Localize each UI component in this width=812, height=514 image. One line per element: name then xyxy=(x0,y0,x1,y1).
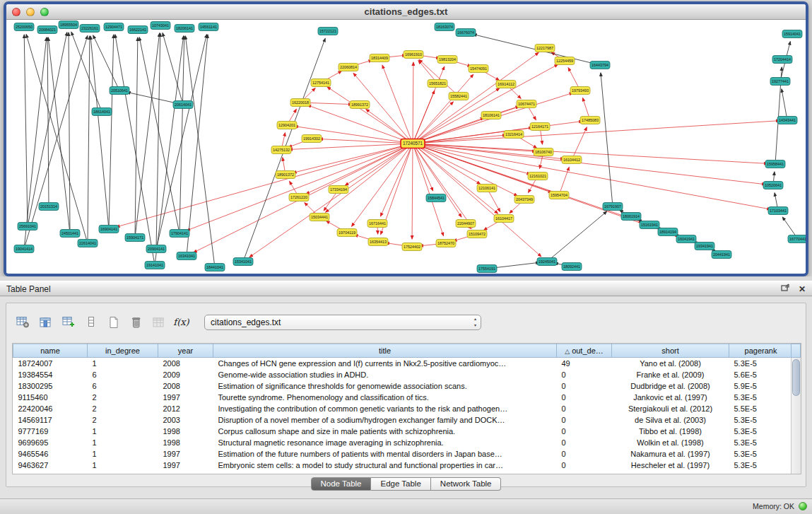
graph-node[interactable]: 17261220 xyxy=(289,194,309,201)
cell[interactable]: 2008 xyxy=(158,380,213,392)
hub-node[interactable]: 17240571 xyxy=(401,139,425,148)
graph-node[interactable]: 20684021 xyxy=(37,26,57,34)
show-columns-icon[interactable] xyxy=(36,313,55,331)
graph-node[interactable]: 22614041 xyxy=(78,240,98,247)
graph-node[interactable]: 16041941 xyxy=(676,235,696,243)
graph-node[interactable]: 14561141 xyxy=(199,23,218,31)
cell[interactable]: 2 xyxy=(88,392,158,403)
graph-node[interactable]: 12904471 xyxy=(104,23,124,31)
cell[interactable]: Tibbo et al. (1998) xyxy=(612,426,729,437)
graph-node[interactable]: 12217987 xyxy=(535,45,555,52)
column-header-name[interactable]: name xyxy=(13,344,88,358)
graph-node[interactable]: 15109472 xyxy=(467,230,487,238)
cell[interactable]: 1 xyxy=(88,437,158,448)
graph-node[interactable]: 18092441 xyxy=(562,263,582,271)
graph-node[interactable]: 19704119 xyxy=(337,229,357,237)
cell[interactable]: Embryonic stem cells: a model to study s… xyxy=(213,460,557,471)
zoom-window-button[interactable] xyxy=(40,8,49,16)
cell[interactable]: 9115460 xyxy=(13,392,88,403)
float-panel-icon[interactable] xyxy=(781,284,790,294)
cell[interactable]: Tourette syndrome. Phenomenology and cla… xyxy=(213,392,557,403)
cell[interactable]: 22420046 xyxy=(13,403,88,414)
cell[interactable]: 2 xyxy=(88,403,158,414)
import-table-icon[interactable] xyxy=(149,313,168,331)
graph-node[interactable]: 19914302 xyxy=(302,135,322,143)
cell[interactable]: 0 xyxy=(557,380,612,392)
new-table-icon[interactable] xyxy=(104,313,123,331)
graph-node[interactable]: 15651821 xyxy=(428,80,447,88)
table-row[interactable]: 946554611997Estimation of the future num… xyxy=(13,448,793,460)
create-column-icon[interactable] xyxy=(59,313,78,331)
cell[interactable]: 2 xyxy=(88,414,158,426)
scrollbar-thumb[interactable] xyxy=(792,359,800,396)
graph-node[interactable]: 18314409 xyxy=(370,54,389,62)
column-header-year[interactable]: year xyxy=(158,344,213,358)
cell[interactable]: 2003 xyxy=(158,414,213,426)
cell[interactable]: 0 xyxy=(557,403,612,414)
cell[interactable]: 0 xyxy=(557,392,612,403)
table-row[interactable]: 911546021997Tourette syndrome. Phenomeno… xyxy=(13,392,793,403)
graph-node[interactable]: 20441941 xyxy=(712,251,731,259)
graph-node[interactable]: 19793493 xyxy=(570,87,590,95)
graph-node[interactable]: 16904141 xyxy=(99,226,119,233)
cell[interactable]: Hescheler et al. (1997) xyxy=(612,460,729,471)
cell[interactable]: Dudbridge et al. (2008) xyxy=(612,380,729,392)
cell[interactable]: 14569117 xyxy=(13,414,88,426)
graph-node[interactable]: 18106141 xyxy=(481,112,501,119)
graph-node[interactable]: 18901372 xyxy=(276,171,295,179)
graph-node[interactable]: 12254459 xyxy=(555,57,575,65)
graph-node[interactable]: 14275132 xyxy=(271,146,291,154)
table-row[interactable]: 2242004622012Investigating the contribut… xyxy=(13,403,793,414)
graph-node[interactable]: 22044907 xyxy=(456,220,476,228)
graph-node[interactable]: 20151314 xyxy=(39,203,59,211)
table-row[interactable]: 1938455462009Genome-wide association stu… xyxy=(13,369,793,380)
cell[interactable]: Nakamura et al. (1997) xyxy=(612,448,729,460)
cell[interactable]: 1997 xyxy=(158,448,213,460)
close-window-button[interactable] xyxy=(12,8,20,16)
graph-node[interactable]: 19277441 xyxy=(770,78,790,86)
graph-node[interactable]: 10520641 xyxy=(763,182,783,189)
graph-node[interactable]: 15954704 xyxy=(549,192,569,199)
graph-node[interactable]: 20510641 xyxy=(110,87,129,95)
cell[interactable]: Estimation of the future numbers of pati… xyxy=(213,448,557,460)
graph-node[interactable]: 12904201 xyxy=(277,122,297,129)
cell[interactable]: Investigating the contribution of common… xyxy=(213,403,557,414)
table-row[interactable]: 1872400712008Changes of HCN gene express… xyxy=(13,358,793,369)
graph-node[interactable]: 17204414 xyxy=(772,56,792,64)
cell[interactable]: Estimation of significance thresholds fo… xyxy=(213,380,557,392)
graph-node[interactable]: 16791907 xyxy=(603,203,623,211)
cell[interactable]: Changes of HCN gene expression and I(f) … xyxy=(213,358,557,369)
graph-node[interactable]: 16341041 xyxy=(177,252,196,260)
cell[interactable]: Yano et al. (2008) xyxy=(612,358,729,369)
cell[interactable]: 19384554 xyxy=(13,369,88,380)
column-header-short[interactable]: short xyxy=(612,344,729,358)
cell[interactable]: 5.3E-5 xyxy=(729,426,793,437)
graph-node[interactable]: 16104412 xyxy=(562,156,582,164)
cell[interactable]: 18724007 xyxy=(13,358,88,369)
graph-node[interactable]: 15722121 xyxy=(318,28,338,35)
cell[interactable]: 9777169 xyxy=(13,426,88,437)
graph-node[interactable]: 15474091 xyxy=(469,65,488,73)
graph-node[interactable]: 15582441 xyxy=(449,93,469,100)
graph-node[interactable]: 18614041 xyxy=(92,108,112,116)
graph-node[interactable]: 16622141 xyxy=(128,26,148,34)
column-header-out_de[interactable]: △out_de… xyxy=(557,344,612,358)
minimize-window-button[interactable] xyxy=(26,8,35,16)
graph-node[interactable]: 15844541 xyxy=(426,194,446,202)
graph-node[interactable]: 16961910 xyxy=(404,51,423,59)
cell[interactable]: Structural magnetic resonance image aver… xyxy=(213,437,557,448)
cell[interactable]: 1 xyxy=(88,448,158,460)
graph-node[interactable]: 12164171 xyxy=(530,123,550,131)
graph-node[interactable]: 18955504 xyxy=(59,21,78,29)
graph-node[interactable]: 20614041 xyxy=(173,101,193,109)
table-row[interactable]: 969969511998Structural magnetic resonanc… xyxy=(13,437,793,448)
cell[interactable]: Genome-wide association studies in ADHD. xyxy=(213,369,557,380)
cell[interactable]: 5.5E-5 xyxy=(729,403,793,414)
cell[interactable]: 9465546 xyxy=(13,448,88,460)
cell[interactable]: 2008 xyxy=(158,358,213,369)
graph-node[interactable]: 20437349 xyxy=(514,196,534,204)
graph-node[interactable]: 18106740 xyxy=(534,148,553,156)
tab-edge-table[interactable]: Edge Table xyxy=(371,477,430,491)
graph-node[interactable]: 15958441 xyxy=(765,160,785,168)
graph-node[interactable]: 19041414 xyxy=(14,245,34,253)
